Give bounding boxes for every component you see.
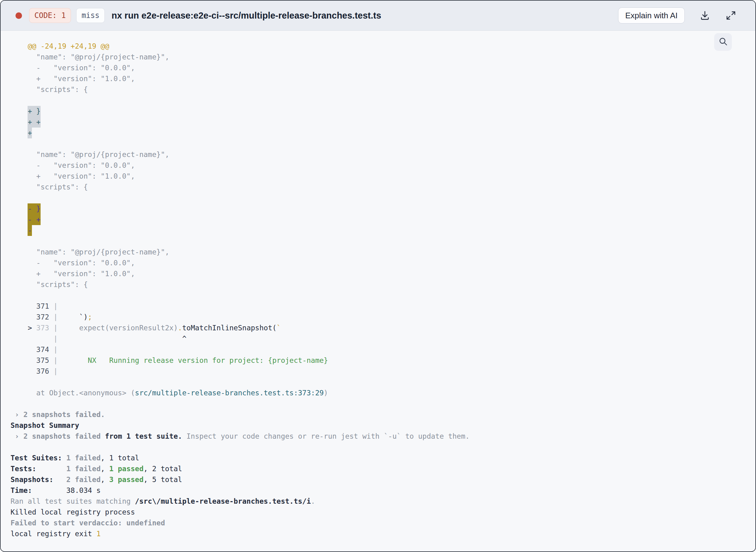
terminal-line [11,138,755,149]
terminal-line: "scripts": { [11,182,755,192]
terminal-line: + } [11,106,755,117]
terminal-line: + + [11,117,755,128]
terminal-line: Ran all test suites matching /src\/multi… [11,496,755,507]
terminal-line [11,236,755,247]
terminal-line: Test Suites: 1 failed, 1 total [11,453,755,463]
terminal-line: Time: 38.034 s [11,485,755,496]
terminal-line: - "version": "0.0.0", [11,160,755,171]
cache-status-badge: miss [76,8,105,23]
expand-icon [725,10,737,21]
terminal-line: 374 | [11,344,755,355]
terminal-line: + "version": "1.0.0", [11,74,755,84]
task-title: nx run e2e-release:e2e-ci--src/multiple-… [112,11,381,21]
terminal-line: Tests: 1 failed, 1 passed, 2 total [11,463,755,474]
terminal-line: 375 | NX Running release version for pro… [11,355,755,366]
terminal-line: › 2 snapshots failed. [11,409,755,420]
terminal-line: › 2 snapshots failed from 1 test suite. … [11,431,755,442]
terminal-line: "scripts": { [11,84,755,95]
terminal-line: - "version": "0.0.0", [11,62,755,74]
terminal-line: @@ -24,19 +24,19 @@ [11,41,755,52]
terminal-line: Killed local registry process [11,507,755,518]
download-icon [699,10,711,21]
search-button[interactable] [714,33,732,51]
terminal-line: "name": "@proj/{project-name}", [11,149,755,160]
terminal-line: at Object.<anonymous> (src/multiple-rele… [11,388,755,398]
status-dot [15,12,22,19]
terminal-line: + [11,128,755,138]
terminal-line: local registry exit 1 [11,529,755,539]
terminal-line [11,442,755,453]
terminal-line [11,290,755,301]
terminal-output: @@ -24,19 +24,19 @@ "name": "@proj/{proj… [1,31,755,539]
search-icon [718,36,729,48]
terminal-line: "name": "@proj/{project-name}", [11,52,755,62]
exit-code-badge: CODE: 1 [29,8,71,23]
log-header: CODE: 1 miss nx run e2e-release:e2e-ci--… [1,1,755,31]
terminal-line: "scripts": { [11,279,755,290]
log-content: @@ -24,19 +24,19 @@ "name": "@proj/{proj… [1,31,755,551]
terminal-line: + "version": "1.0.0", [11,268,755,279]
terminal-line: - "version": "0.0.0", [11,258,755,268]
terminal-line: > 373 | expect(versionResult2x).toMatchI… [11,322,755,333]
terminal-line: Failed to start verdaccio: undefined [11,518,755,529]
terminal-line: | ^ [11,333,755,344]
terminal-line: - } [11,203,755,214]
terminal-line [11,398,755,409]
terminal-line: "name": "@proj/{project-name}", [11,247,755,258]
terminal-line: + "version": "1.0.0", [11,171,755,182]
log-viewer-window: CODE: 1 miss nx run e2e-release:e2e-ci--… [0,0,756,552]
terminal-line: 371 | [11,301,755,312]
explain-with-ai-button[interactable]: Explain with AI [618,7,685,23]
terminal-line: - [11,225,755,236]
terminal-line [11,95,755,106]
download-button[interactable] [699,10,711,21]
terminal-line [11,192,755,203]
terminal-line: Snapshot Summary [11,420,755,431]
fullscreen-button[interactable] [725,10,737,21]
terminal-line: Snapshots: 2 failed, 3 passed, 5 total [11,474,755,485]
terminal-line [11,377,755,388]
terminal-line: 376 | [11,366,755,377]
header-actions: Explain with AI [618,7,737,23]
terminal-line: 372 | `); [11,312,755,322]
terminal-line: - + [11,214,755,225]
